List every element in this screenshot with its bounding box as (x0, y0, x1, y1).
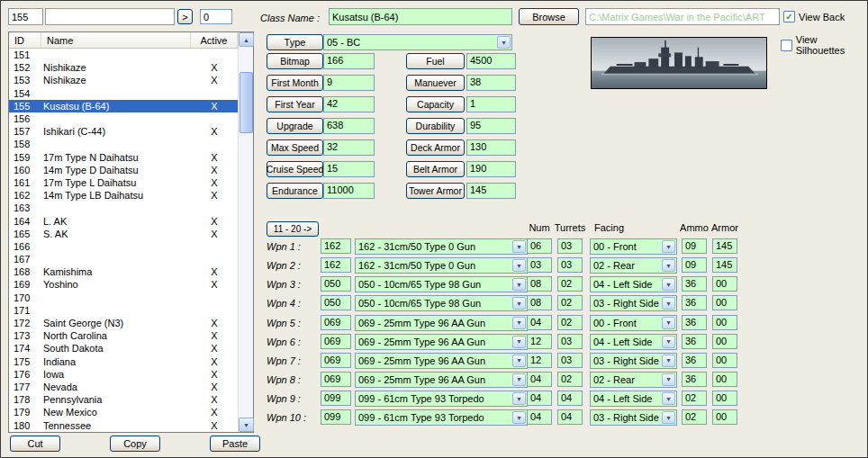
stat-button[interactable]: Cruise Speed (267, 161, 323, 177)
stat-value-field[interactable]: 166 (323, 53, 375, 69)
list-row[interactable]: 179 New Mexico X (9, 406, 238, 418)
list-row[interactable]: 163 (9, 202, 238, 214)
weapon-armor-field[interactable]: 00 (712, 353, 737, 368)
weapon-turrets-field[interactable]: 02 (557, 315, 583, 330)
stat-button[interactable]: First Year (267, 96, 323, 112)
weapon-num-field[interactable]: 08 (527, 295, 552, 310)
art-path-field[interactable] (585, 8, 780, 25)
stat-value-field[interactable]: 11000 (323, 183, 375, 199)
weapon-ammo-field[interactable]: 36 (682, 315, 707, 330)
chevron-down-icon[interactable]: ▼ (662, 297, 675, 310)
chevron-down-icon[interactable]: ▼ (662, 355, 675, 367)
weapon-id-field[interactable]: 050 (321, 295, 351, 310)
weapon-select[interactable]: 069 - 25mm Type 96 AA Gun ▼ (355, 372, 528, 388)
chevron-down-icon[interactable]: ▼ (512, 355, 526, 367)
chevron-down-icon[interactable]: ▼ (662, 373, 675, 386)
list-row[interactable]: 167 (9, 253, 238, 265)
weapon-id-field[interactable]: 069 (321, 372, 351, 387)
weapon-armor-field[interactable]: 00 (712, 315, 737, 330)
weapon-facing-select[interactable]: 02 - Rear ▼ (590, 257, 677, 274)
list-row[interactable]: 165 S. AK X (9, 228, 238, 240)
weapon-num-field[interactable]: 12 (527, 353, 552, 368)
list-row[interactable]: 155 Kusatsu (B-64) X (9, 100, 238, 112)
weapon-turrets-field[interactable]: 02 (557, 295, 583, 310)
cut-button[interactable]: Cut (10, 436, 60, 452)
list-row[interactable]: 159 17m Type N Daihatsu X (9, 151, 238, 164)
weapon-turrets-field[interactable]: 03 (557, 238, 583, 254)
weapon-facing-select[interactable]: 00 - Front ▼ (590, 315, 677, 331)
weapon-facing-select[interactable]: 00 - Front ▼ (590, 238, 677, 255)
checkbox-unchecked-icon[interactable] (781, 40, 792, 51)
list-scrollbar[interactable]: ▲ ▼ (238, 32, 253, 432)
scroll-up-icon[interactable]: ▲ (239, 32, 254, 47)
list-row[interactable]: 164 L. AK X (9, 214, 238, 227)
weapon-id-field[interactable]: 162 (321, 238, 351, 254)
weapon-select[interactable]: 162 - 31cm/50 Type 0 Gun ▼ (355, 257, 528, 274)
weapon-select[interactable]: 069 - 25mm Type 96 AA Gun ▼ (355, 315, 528, 331)
list-row[interactable]: 176 Iowa X (9, 368, 238, 381)
stat-button[interactable]: Deck Armor (406, 139, 465, 156)
stat-button[interactable]: Max Speed (267, 139, 323, 156)
weapon-ammo-field[interactable]: 36 (682, 372, 707, 387)
stat-button[interactable]: Durability (406, 118, 465, 134)
chevron-down-icon[interactable]: ▼ (512, 259, 526, 272)
chevron-down-icon[interactable]: ▼ (662, 336, 675, 348)
weapon-armor-field[interactable]: 00 (712, 372, 737, 387)
stat-button[interactable]: First Month (267, 75, 323, 91)
list-row[interactable]: 153 Nishikaze X (9, 74, 238, 86)
chevron-down-icon[interactable]: ▼ (497, 36, 511, 49)
count-field[interactable] (200, 9, 232, 24)
weapon-armor-field[interactable]: 00 (712, 276, 737, 292)
weapon-facing-select[interactable]: 04 - Left Side ▼ (590, 391, 677, 407)
weapon-armor-field[interactable]: 00 (712, 409, 737, 425)
scrollbar-thumb[interactable] (240, 72, 253, 133)
weapon-num-field[interactable]: 08 (527, 276, 552, 292)
weapon-num-field[interactable]: 04 (527, 391, 552, 406)
stat-value-field[interactable]: 638 (323, 118, 375, 134)
weapon-armor-field[interactable]: 00 (712, 295, 737, 310)
stat-button[interactable]: Capacity (406, 96, 465, 112)
list-row[interactable]: 156 (9, 112, 238, 125)
chevron-down-icon[interactable]: ▼ (662, 240, 675, 253)
list-row[interactable]: 173 North Carolina X (9, 329, 238, 342)
checkbox-checked-icon[interactable]: ✓ (783, 11, 795, 22)
list-row[interactable]: 154 (9, 87, 238, 100)
stat-value-field[interactable]: 1 (466, 96, 516, 112)
weapon-select[interactable]: 162 - 31cm/50 Type 0 Gun ▼ (355, 238, 528, 255)
weapon-select[interactable]: 050 - 10cm/65 Type 98 Gun ▼ (355, 295, 528, 311)
weapons-page-button[interactable]: 11 - 20 -> (267, 221, 319, 237)
weapon-num-field[interactable]: 12 (527, 334, 552, 349)
view-back-checkbox[interactable]: ✓ View Back (783, 11, 845, 22)
stat-button[interactable]: Tower Armor (406, 183, 465, 199)
weapon-id-field[interactable]: 099 (321, 391, 351, 406)
stat-value-field[interactable]: 9 (323, 75, 375, 91)
list-row[interactable]: 151 (9, 49, 238, 61)
chevron-down-icon[interactable]: ▼ (662, 392, 675, 405)
stat-value-field[interactable]: 42 (323, 96, 375, 112)
weapon-select[interactable]: 099 - 61cm Type 93 Torpedo ▼ (355, 409, 528, 426)
list-row[interactable]: 180 Tennessee X (9, 418, 238, 431)
chevron-down-icon[interactable]: ▼ (662, 278, 675, 291)
stat-button[interactable]: Manuever (406, 75, 465, 91)
stat-value-field[interactable]: 38 (466, 75, 516, 91)
weapon-id-field[interactable]: 099 (321, 409, 351, 425)
weapon-facing-select[interactable]: 03 - Right Side ▼ (590, 409, 677, 426)
stat-button[interactable]: Upgrade (267, 118, 323, 134)
list-row[interactable]: 177 Nevada X (9, 381, 238, 393)
weapon-ammo-field[interactable]: 09 (682, 257, 707, 273)
stat-button[interactable]: Belt Armor (406, 161, 465, 177)
chevron-down-icon[interactable]: ▼ (512, 373, 526, 386)
weapon-select[interactable]: 069 - 25mm Type 96 AA Gun ▼ (355, 334, 528, 350)
stat-button[interactable]: Fuel (406, 53, 465, 69)
weapon-ammo-field[interactable]: 36 (682, 353, 707, 368)
list-row[interactable]: 178 Pennsylvania X (9, 393, 238, 406)
weapon-facing-select[interactable]: 03 - Right Side ▼ (590, 353, 677, 369)
weapon-turrets-field[interactable]: 04 (557, 391, 583, 406)
copy-button[interactable]: Copy (110, 436, 160, 452)
stat-button[interactable]: Bitmap (267, 53, 323, 69)
stat-value-field[interactable]: 130 (466, 139, 516, 156)
weapon-turrets-field[interactable]: 03 (557, 334, 583, 349)
chevron-down-icon[interactable]: ▼ (512, 336, 526, 348)
weapon-turrets-field[interactable]: 03 (557, 257, 583, 273)
stat-value-field[interactable]: 95 (466, 118, 516, 134)
